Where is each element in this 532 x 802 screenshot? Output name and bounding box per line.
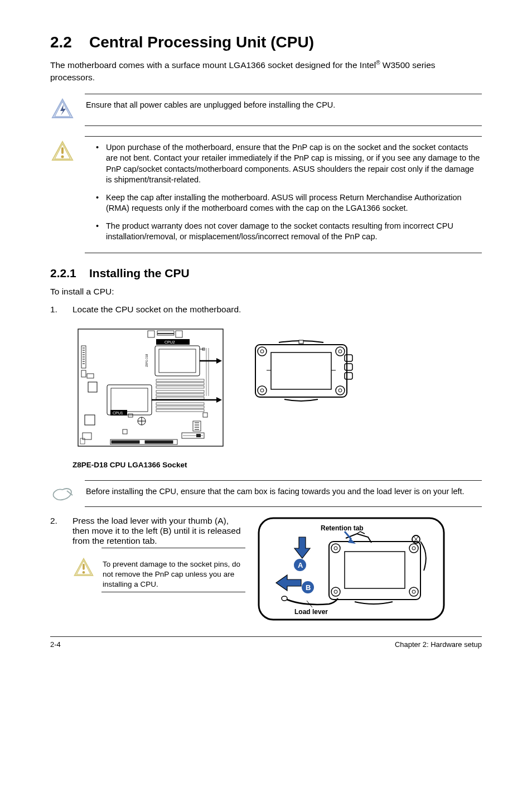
svg-rect-30: [156, 390, 204, 393]
hand-note-icon: [50, 484, 75, 503]
svg-point-72: [336, 347, 345, 356]
inner-warning-alert: To prevent damage to the socket pins, do…: [72, 557, 245, 590]
svg-rect-79: [271, 352, 331, 389]
svg-rect-27: [156, 379, 204, 381]
step-1: 1. Locate the CPU socket on the motherbo…: [50, 305, 482, 315]
note-alert: Before installing the CPU, ensure that t…: [50, 484, 482, 503]
chapter-label: Chapter 2: Hardware setup: [395, 640, 482, 649]
list-item: Keep the cap after installing the mother…: [96, 192, 482, 214]
svg-text:B: B: [306, 583, 311, 592]
subsection-title: 2.2.1Installing the CPU: [50, 267, 482, 280]
svg-point-97: [412, 590, 415, 593]
svg-rect-68: [196, 434, 201, 437]
section-title: 2.2Central Processing Unit (CPU): [50, 33, 482, 51]
lightning-icon: [50, 98, 75, 122]
section-number: 2.2: [50, 33, 89, 51]
warning-alert: Upon purchase of the motherboard, ensure…: [50, 140, 482, 250]
svg-rect-7: [148, 331, 154, 337]
svg-rect-99: [345, 552, 405, 588]
lead-text: To install a CPU:: [50, 287, 482, 297]
svg-rect-56: [112, 441, 139, 443]
svg-point-75: [260, 389, 264, 392]
svg-rect-28: [156, 383, 204, 385]
step-1-text: Locate the CPU socket on the motherboard…: [72, 305, 482, 315]
svg-rect-6: [78, 329, 223, 446]
subsection-title-text: Installing the CPU: [89, 267, 190, 279]
motherboard-diagram: CPU2 Z8PE-D18 CPU1: [72, 323, 229, 457]
svg-rect-54: [123, 429, 127, 434]
svg-point-96: [409, 587, 418, 596]
list-item: The product warranty does not cover dama…: [96, 221, 482, 243]
svg-rect-31: [156, 394, 204, 396]
section-title-text: Central Processing Unit (CPU): [89, 33, 314, 51]
svg-marker-18: [216, 358, 222, 364]
svg-rect-87: [259, 518, 444, 620]
svg-rect-4: [61, 147, 64, 154]
svg-point-91: [334, 547, 337, 550]
list-item: Upon purchase of the motherboard, ensure…: [96, 142, 482, 186]
exclamation-icon: [50, 140, 75, 165]
svg-rect-80: [345, 355, 352, 361]
svg-point-73: [338, 350, 342, 353]
svg-point-77: [338, 389, 342, 392]
svg-rect-29: [156, 386, 204, 388]
svg-point-86: [83, 571, 85, 574]
svg-point-100: [282, 596, 287, 601]
svg-rect-14: [159, 349, 196, 373]
page-number: 2-4: [50, 640, 61, 649]
svg-rect-45: [81, 370, 86, 377]
diagram-caption: Z8PE-D18 CPU LGA1366 Socket: [72, 461, 482, 469]
svg-rect-13: [155, 346, 200, 376]
svg-rect-34: [156, 406, 204, 408]
svg-rect-32: [156, 397, 204, 399]
svg-rect-47: [88, 382, 97, 392]
svg-point-70: [258, 347, 267, 356]
diagram-row: CPU2 Z8PE-D18 CPU1: [72, 323, 482, 457]
svg-rect-33: [156, 403, 204, 405]
svg-rect-46: [87, 374, 94, 378]
danger-text: Ensure that all power cables are unplugg…: [86, 98, 482, 122]
subsection-number: 2.2.1: [50, 267, 89, 280]
step-2-text: Press the load lever with your thumb (A)…: [72, 516, 245, 546]
note-text: Before installing the CPU, ensure that t…: [86, 484, 482, 503]
svg-rect-24: [128, 414, 133, 417]
svg-rect-21: [111, 388, 148, 412]
svg-point-71: [260, 350, 264, 353]
svg-rect-81: [345, 364, 352, 370]
svg-rect-89: [329, 542, 420, 600]
svg-rect-48: [85, 415, 95, 425]
svg-text:Load lever: Load lever: [294, 608, 328, 616]
inner-warning-text: To prevent damage to the socket pins, do…: [103, 557, 245, 590]
svg-point-92: [409, 544, 418, 553]
svg-rect-9: [157, 333, 174, 334]
svg-point-76: [336, 386, 345, 395]
svg-point-95: [334, 590, 337, 593]
svg-text:CPU2: CPU2: [165, 340, 175, 344]
intro-paragraph: The motherboard comes with a surface mou…: [50, 59, 482, 84]
svg-point-90: [331, 544, 340, 553]
svg-point-93: [412, 547, 415, 550]
step-2: 2. Press the load lever with your thumb …: [50, 516, 482, 622]
page-footer: 2-4 Chapter 2: Hardware setup: [50, 636, 482, 649]
svg-rect-85: [83, 564, 85, 570]
lever-diagram: Retention tab: [257, 516, 446, 622]
socket-diagram: [245, 335, 357, 407]
exclamation-icon: [72, 557, 95, 579]
svg-point-94: [331, 587, 340, 596]
svg-rect-82: [345, 373, 352, 379]
warning-list: Upon purchase of the motherboard, ensure…: [86, 142, 482, 243]
svg-point-74: [258, 386, 267, 395]
danger-alert: Ensure that all power cables are unplugg…: [50, 98, 482, 122]
svg-marker-26: [216, 397, 222, 403]
svg-point-5: [61, 155, 64, 158]
svg-rect-57: [145, 441, 173, 443]
svg-text:A: A: [298, 561, 303, 569]
svg-rect-10: [176, 331, 182, 337]
svg-rect-35: [156, 409, 204, 412]
svg-marker-104: [276, 575, 301, 591]
svg-rect-78: [299, 340, 303, 344]
svg-rect-60: [203, 413, 207, 417]
svg-text:Retention tab: Retention tab: [321, 524, 364, 532]
svg-marker-101: [294, 537, 310, 558]
svg-text:CPU1: CPU1: [113, 411, 123, 415]
